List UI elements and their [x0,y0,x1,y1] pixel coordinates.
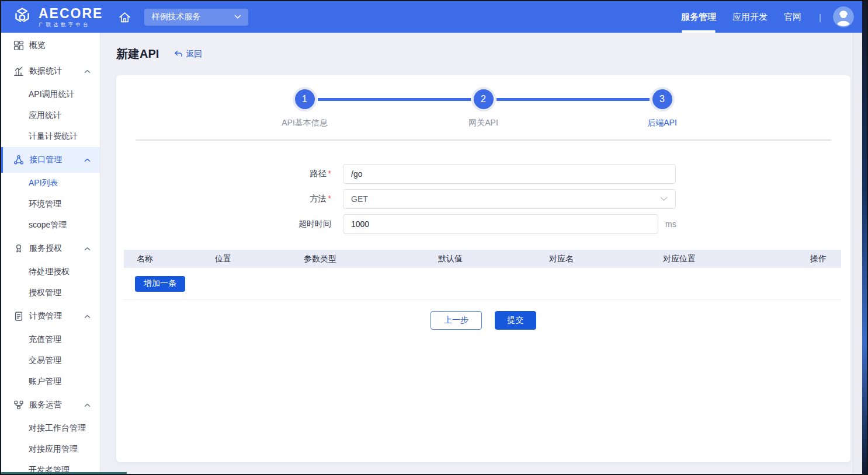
previous-step-button[interactable]: 上一步 [430,311,482,330]
step-number: 3 [652,89,672,109]
chevron-up-icon[interactable] [84,247,91,251]
sidebar-item-overview[interactable]: 概览 [1,33,100,58]
sidebar-group-data-statistics[interactable]: 数据统计 [1,58,100,84]
params-table-header: 名称 位置 参数类型 默认值 对应名 对应位置 操作 [124,250,841,268]
stepper: 1 API基本信息 2 网关API 3 后端API [116,75,850,128]
table-row: 增加一条 [124,268,841,300]
overview-icon [13,40,24,51]
sidebar-item-environment-management[interactable]: 环境管理 [1,194,100,215]
step-label: 后端API [647,118,677,128]
billing-icon [13,311,24,322]
method-select-value: GET [351,194,660,204]
stepper-divider [136,139,831,141]
form-row-method: 方法* GET [116,189,850,209]
timeout-unit: ms [665,219,676,229]
brand-hexagon-icon [11,5,34,29]
method-label: 方法 [310,194,327,203]
top-nav-service-management[interactable]: 服务管理 [673,1,724,33]
sidebar-group-service-operations[interactable]: 服务运营 [1,392,100,418]
step-gateway-api: 2 网关API [394,89,573,128]
sidebar-item-transaction-management[interactable]: 交易管理 [1,350,100,371]
chevron-down-icon [234,15,241,19]
column-mapped-position: 对应位置 [663,254,794,264]
page-scrollbar[interactable] [853,33,862,474]
column-position: 位置 [215,254,304,264]
sidebar-item-pending-authorization[interactable]: 待处理授权 [1,261,100,282]
submit-button[interactable]: 提交 [495,311,536,330]
sidebar: 概览 数据统计 API调用统计 应用统计 计量计费统计 [1,33,100,474]
add-row-button[interactable]: 增加一条 [135,276,185,292]
step-label: API基本信息 [282,118,328,128]
brand-tagline: 广联达数字中台 [39,22,103,27]
workspace-select-value: 样例技术服务 [151,12,234,22]
new-api-card: 1 API基本信息 2 网关API 3 后端API 路径* [116,75,850,462]
sidebar-group-service-authorization[interactable]: 服务授权 [1,236,100,261]
sidebar-item-api-call-statistics[interactable]: API调用统计 [1,84,100,105]
step-label: 网关API [468,118,498,128]
chevron-down-icon [660,197,668,201]
form-row-timeout: 超时时间 ms [116,214,850,234]
user-avatar[interactable] [833,6,854,27]
window-edge [862,1,867,474]
back-arrow-icon [173,50,183,58]
brand-name: AECORE [39,7,103,20]
authorization-icon [13,243,24,254]
app-window: AECORE 广联达数字中台 样例技术服务 服务管理 应用开发 [0,0,868,475]
topbar-divider: | [819,12,821,22]
sidebar-item-application-statistics[interactable]: 应用统计 [1,105,100,126]
sidebar-item-metering-billing-statistics[interactable]: 计量计费统计 [1,126,100,147]
path-label: 路径 [310,169,327,178]
column-default-value: 默认值 [438,254,549,264]
chevron-up-icon[interactable] [84,69,91,74]
main-content: 新建API 返回 1 API基本信息 2 网关API [101,33,853,474]
column-mapped-name: 对应名 [549,254,663,264]
brand-logo[interactable]: AECORE 广联达数字中台 [11,5,103,29]
sidebar-item-recharge-management[interactable]: 充值管理 [1,329,100,350]
sidebar-group-billing-management[interactable]: 计费管理 [1,303,100,329]
required-marker: * [328,169,331,178]
path-input[interactable] [343,164,676,184]
topbar: AECORE 广联达数字中台 样例技术服务 服务管理 应用开发 [1,1,862,33]
params-table: 名称 位置 参数类型 默认值 对应名 对应位置 操作 增加一条 [124,250,841,300]
home-icon [118,11,131,24]
top-nav-official-site[interactable]: 官网 [776,1,810,33]
column-actions: 操作 [794,254,841,264]
sidebar-item-app-integration-management[interactable]: 对接应用管理 [1,439,100,460]
top-nav-app-development[interactable]: 应用开发 [724,1,776,33]
step-number: 1 [295,89,315,109]
sidebar-item-scope-management[interactable]: scope管理 [1,215,100,236]
sidebar-item-workbench-integration-management[interactable]: 对接工作台管理 [1,418,100,439]
step-backend-api: 3 后端API [573,89,752,128]
stats-icon [13,66,24,76]
step-api-basic-info: 1 API基本信息 [216,89,394,128]
sidebar-item-api-list[interactable]: API列表 [1,173,100,194]
backend-api-form: 路径* 方法* GET [116,164,850,234]
method-select[interactable]: GET [343,189,676,209]
top-navigation: 服务管理 应用开发 官网 | [673,1,862,33]
required-marker: * [328,194,331,203]
timeout-input[interactable] [343,214,658,234]
workspace-select[interactable]: 样例技术服务 [144,9,248,26]
home-button[interactable] [118,11,131,24]
form-actions: 上一步 提交 [116,311,850,330]
column-param-type: 参数类型 [304,254,438,264]
chevron-up-icon[interactable] [84,158,91,162]
operations-icon [13,400,24,410]
column-name: 名称 [124,254,215,264]
page-header: 新建API 返回 [116,33,850,75]
page-title: 新建API [116,46,159,62]
sidebar-group-interface-management[interactable]: 接口管理 [1,147,100,173]
step-number: 2 [474,89,494,109]
sidebar-item-account-management[interactable]: 账户管理 [1,371,100,392]
form-row-path: 路径* [116,164,850,184]
sidebar-item-authorization-management[interactable]: 授权管理 [1,282,100,303]
chevron-up-icon[interactable] [84,403,91,407]
chevron-up-icon[interactable] [84,315,91,319]
interface-icon [13,155,24,165]
taskbar-edge [1,472,127,474]
timeout-label: 超时时间 [298,219,331,228]
back-button[interactable]: 返回 [173,49,202,60]
